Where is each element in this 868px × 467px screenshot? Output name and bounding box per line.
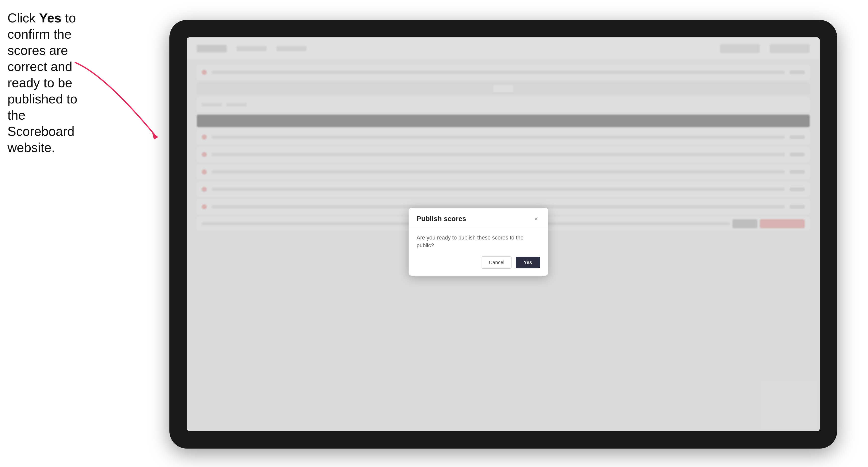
svg-marker-0 [152, 132, 158, 139]
modal-close-button[interactable]: × [532, 215, 540, 223]
modal-footer: Cancel Yes [409, 256, 548, 276]
instruction-plain: Click [7, 11, 39, 25]
yes-button[interactable]: Yes [516, 257, 540, 269]
instruction-rest: to confirm the scores are correct and re… [7, 11, 77, 155]
cancel-button[interactable]: Cancel [482, 256, 512, 269]
modal-title: Publish scores [416, 215, 466, 223]
modal-body: Are you ready to publish these scores to… [409, 228, 548, 256]
publish-scores-modal: Publish scores × Are you ready to publis… [409, 208, 548, 276]
modal-overlay: Publish scores × Are you ready to publis… [187, 37, 820, 431]
modal-header: Publish scores × [409, 208, 548, 228]
tablet-device: Publish scores × Are you ready to publis… [169, 20, 837, 448]
instruction-bold: Yes [39, 11, 62, 25]
modal-message: Are you ready to publish these scores to… [416, 234, 540, 249]
instruction-text: Click Yes to confirm the scores are corr… [7, 10, 80, 156]
tablet-screen: Publish scores × Are you ready to publis… [187, 37, 820, 431]
